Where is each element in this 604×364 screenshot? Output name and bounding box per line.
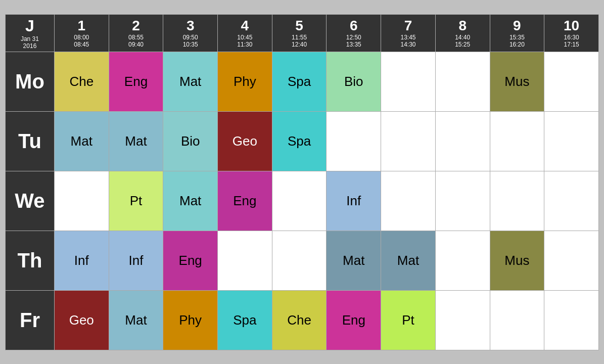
calendar-body: MoCheEngMatPhySpaBioMusTuMatMatBioGeoSpa… [6,52,599,350]
cell-Tu-1[interactable]: Mat [54,111,109,171]
header-period-4: 410:45 11:30 [218,14,272,52]
cell-Th-2[interactable]: Inf [109,231,163,290]
cell-Mo-9[interactable]: Mus [490,52,544,111]
period-num: 2 [110,18,162,34]
header-period-3: 309:50 10:35 [163,14,218,52]
cell-Tu-3[interactable]: Bio [163,111,218,171]
cell-Mo-6[interactable]: Bio [327,52,381,111]
cell-Mo-2[interactable]: Eng [109,52,163,111]
period-num: 7 [382,18,434,34]
period-time: 08:00 08:45 [56,34,108,48]
cell-Fr-1[interactable]: Geo [54,290,109,350]
cell-We-7[interactable] [381,171,436,231]
cell-We-4[interactable]: Eng [218,171,272,231]
period-num: 6 [328,18,380,34]
cell-Mo-1[interactable]: Che [54,52,109,111]
day-label-Th: Th [6,231,55,290]
row-Fr: FrGeoMatPhySpaCheEngPt [6,290,599,350]
cell-Mo-10[interactable] [544,52,599,111]
row-Th: ThInfInfEngMatMatMus [6,231,599,290]
period-time: 11:55 12:40 [273,34,326,48]
cell-Fr-8[interactable] [435,290,490,350]
cell-Fr-10[interactable] [544,290,599,350]
cell-Tu-2[interactable]: Mat [109,111,163,171]
row-We: WePtMatEngInf [6,171,599,231]
cell-Tu-5[interactable]: Spa [272,111,327,171]
period-num: 8 [437,18,489,34]
period-time: 16:30 17:15 [545,34,597,48]
cell-Tu-6[interactable] [327,111,381,171]
cell-Fr-7[interactable]: Pt [381,290,436,350]
cell-Mo-4[interactable]: Phy [218,52,272,111]
header-date: Jan 31 2016 [7,35,53,50]
day-label-Tu: Tu [6,111,55,171]
row-Tu: TuMatMatBioGeoSpa [6,111,599,171]
header-period-6: 612:50 13:35 [327,14,381,52]
cell-Tu-8[interactable] [435,111,490,171]
header-row: J Jan 31 2016 108:00 08:45208:55 09:4030… [6,14,599,52]
cell-Fr-4[interactable]: Spa [218,290,272,350]
period-num: 10 [545,18,597,34]
cell-Th-8[interactable] [435,231,490,290]
header-period-5: 511:55 12:40 [272,14,327,52]
header-j-label: J [7,17,53,35]
period-time: 15:35 16:20 [491,34,543,48]
period-time: 10:45 11:30 [219,34,271,48]
cell-Tu-10[interactable] [544,111,599,171]
cell-We-6[interactable]: Inf [327,171,381,231]
cell-Fr-9[interactable] [490,290,544,350]
header-period-7: 713:45 14:30 [381,14,436,52]
row-Mo: MoCheEngMatPhySpaBioMus [6,52,599,111]
period-num: 1 [56,18,108,34]
cell-Th-7[interactable]: Mat [381,231,436,290]
cell-Mo-3[interactable]: Mat [163,52,218,111]
cell-Tu-4[interactable]: Geo [218,111,272,171]
day-label-Mo: Mo [6,52,55,111]
cell-Fr-5[interactable]: Che [272,290,327,350]
cell-We-3[interactable]: Mat [163,171,218,231]
cell-We-5[interactable] [272,171,327,231]
cell-Th-4[interactable] [218,231,272,290]
cell-Th-3[interactable]: Eng [163,231,218,290]
period-time: 13:45 14:30 [382,34,434,48]
cell-We-8[interactable] [435,171,490,231]
header-period-9: 915:35 16:20 [490,14,544,52]
period-time: 09:50 10:35 [164,34,216,48]
cell-Th-1[interactable]: Inf [54,231,109,290]
cell-We-2[interactable]: Pt [109,171,163,231]
cell-Tu-7[interactable] [381,111,436,171]
period-num: 9 [491,18,543,34]
header-period-1: 108:00 08:45 [54,14,109,52]
cell-We-9[interactable] [490,171,544,231]
cell-Mo-5[interactable]: Spa [272,52,327,111]
cell-Th-5[interactable] [272,231,327,290]
day-label-Fr: Fr [6,290,55,350]
cell-Fr-6[interactable]: Eng [327,290,381,350]
cell-Th-9[interactable]: Mus [490,231,544,290]
period-time: 12:50 13:35 [328,34,380,48]
period-time: 14:40 15:25 [437,34,489,48]
period-num: 5 [273,18,326,34]
header-period-10: 1016:30 17:15 [544,14,599,52]
cell-Fr-2[interactable]: Mat [109,290,163,350]
cell-Mo-7[interactable] [381,52,436,111]
cell-We-1[interactable] [54,171,109,231]
cell-Th-10[interactable] [544,231,599,290]
cell-Th-6[interactable]: Mat [327,231,381,290]
header-period-2: 208:55 09:40 [109,14,163,52]
timetable: J Jan 31 2016 108:00 08:45208:55 09:4030… [5,14,599,350]
header-j: J Jan 31 2016 [6,14,55,52]
period-num: 3 [164,18,216,34]
cell-We-10[interactable] [544,171,599,231]
header-period-8: 814:40 15:25 [435,14,490,52]
cell-Tu-9[interactable] [490,111,544,171]
period-num: 4 [219,18,271,34]
period-time: 08:55 09:40 [110,34,162,48]
cell-Mo-8[interactable] [435,52,490,111]
day-label-We: We [6,171,55,231]
cell-Fr-3[interactable]: Phy [163,290,218,350]
